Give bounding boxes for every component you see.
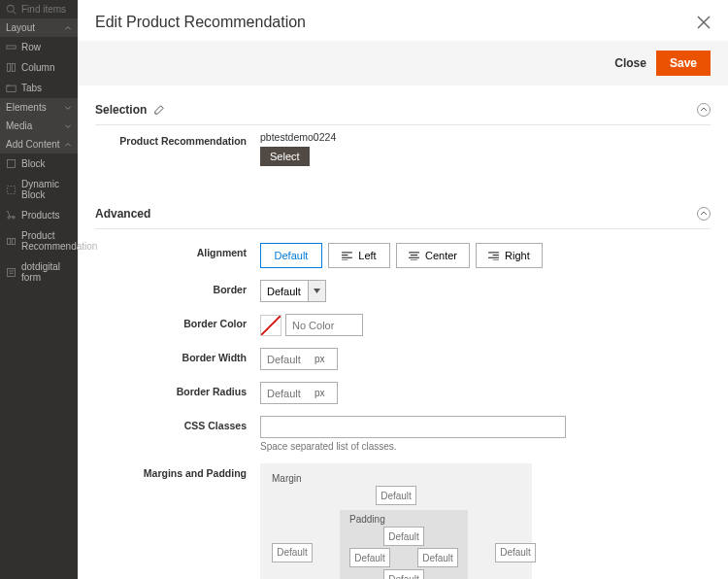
svg-point-0 xyxy=(7,5,14,12)
align-option-right[interactable]: Right xyxy=(476,243,543,268)
sidebar-item-products[interactable]: Products xyxy=(0,205,78,225)
svg-line-1 xyxy=(14,12,17,15)
form-icon xyxy=(6,267,17,278)
border-radius-input[interactable] xyxy=(260,382,338,404)
search-icon xyxy=(6,4,17,15)
search-input[interactable] xyxy=(21,4,70,15)
chevron-down-icon xyxy=(64,104,72,112)
row-icon xyxy=(6,42,17,52)
section-label: Elements xyxy=(6,102,47,113)
css-classes-input[interactable] xyxy=(260,416,566,438)
sidebar-section-elements[interactable]: Elements xyxy=(0,98,78,117)
recommendation-icon xyxy=(6,236,17,247)
margin-top-input[interactable] xyxy=(376,486,416,505)
sidebar-item-dotdigital-form[interactable]: dotdigital form xyxy=(0,256,78,288)
close-button[interactable]: Close xyxy=(614,56,646,70)
section-label: Layout xyxy=(6,22,35,33)
collapse-icon[interactable] xyxy=(697,207,711,221)
panel-content: Selection Product Recommendation pbtestd… xyxy=(78,85,728,579)
section-title: Selection xyxy=(95,103,147,117)
field-label: CSS Classes xyxy=(95,416,260,452)
sidebar-item-column[interactable]: Column xyxy=(0,57,78,78)
dynamic-block-icon xyxy=(6,185,17,195)
chevron-up-icon xyxy=(64,24,72,32)
svg-rect-4 xyxy=(12,64,15,72)
svg-marker-30 xyxy=(314,289,320,293)
field-hint: Space separated list of classes. xyxy=(260,441,711,452)
padding-box: Padding xyxy=(340,510,468,579)
section-label: Add Content xyxy=(6,139,60,150)
margin-padding-box: Margin Padding xyxy=(260,463,532,579)
field-label: Product Recommendation xyxy=(95,131,260,166)
svg-rect-8 xyxy=(8,186,16,193)
left-sidebar: Layout Row Column Tabs Elements Media Ad… xyxy=(0,0,78,579)
sidebar-section-layout[interactable]: Layout xyxy=(0,18,78,37)
select-button[interactable]: Select xyxy=(260,147,310,166)
svg-rect-7 xyxy=(8,160,16,168)
padding-left-input[interactable] xyxy=(349,548,390,567)
field-label: Border Radius xyxy=(95,382,260,404)
svg-rect-2 xyxy=(7,46,16,49)
border-width-input[interactable] xyxy=(260,348,338,370)
section-header-advanced[interactable]: Advanced xyxy=(95,195,711,229)
block-icon xyxy=(6,158,17,169)
field-border-color: Border Color xyxy=(95,308,711,342)
padding-label: Padding xyxy=(349,514,458,525)
sidebar-item-row[interactable]: Row xyxy=(0,37,78,57)
svg-rect-3 xyxy=(8,64,11,72)
field-product-recommendation: Product Recommendation pbtestdemo0224 Se… xyxy=(95,125,711,172)
field-label: Margins and Padding xyxy=(95,463,260,579)
sidebar-section-add-content[interactable]: Add Content xyxy=(0,135,78,153)
margin-left-input[interactable] xyxy=(272,543,313,562)
edit-icon[interactable] xyxy=(154,105,164,115)
margin-label: Margin xyxy=(272,473,520,484)
column-icon xyxy=(6,62,17,73)
sidebar-item-dynamic-block[interactable]: Dynamic Block xyxy=(0,174,78,205)
save-button[interactable]: Save xyxy=(656,51,711,76)
align-right-icon xyxy=(488,252,499,260)
border-select[interactable] xyxy=(260,280,309,302)
sidebar-search[interactable] xyxy=(0,0,78,18)
margin-right-input[interactable] xyxy=(495,543,536,562)
chevron-down-icon xyxy=(64,122,72,130)
section-label: Media xyxy=(6,120,32,131)
align-left-icon xyxy=(342,252,352,260)
field-border-width: Border Width px xyxy=(95,342,711,376)
svg-rect-5 xyxy=(7,85,16,91)
panel-header: Edit Product Recommendation xyxy=(78,0,728,41)
sidebar-item-product-recommendation[interactable]: Product Recommendation xyxy=(0,225,78,256)
section-header-selection[interactable]: Selection xyxy=(95,91,711,125)
field-css-classes: CSS Classes Space separated list of clas… xyxy=(95,410,711,458)
field-border: Border xyxy=(95,274,711,308)
padding-right-input[interactable] xyxy=(417,548,458,567)
collapse-icon[interactable] xyxy=(697,103,711,117)
tabs-icon xyxy=(6,83,17,93)
align-center-icon xyxy=(409,252,419,260)
border-color-input[interactable] xyxy=(285,314,363,336)
align-option-default[interactable]: Default xyxy=(260,243,322,268)
action-bar: Close Save xyxy=(78,41,728,85)
sidebar-section-media[interactable]: Media xyxy=(0,117,78,135)
sidebar-item-block[interactable]: Block xyxy=(0,153,78,174)
field-margins-padding: Margins and Padding Margin Padding xyxy=(95,458,711,579)
border-dropdown-toggle[interactable] xyxy=(309,280,326,302)
products-icon xyxy=(6,210,17,221)
padding-top-input[interactable] xyxy=(383,527,424,546)
padding-bottom-input[interactable] xyxy=(383,569,424,579)
align-option-center[interactable]: Center xyxy=(396,243,470,268)
selected-product-name: pbtestdemo0224 xyxy=(260,131,711,143)
field-label: Border Width xyxy=(95,348,260,370)
field-border-radius: Border Radius px xyxy=(95,376,711,410)
align-option-left[interactable]: Left xyxy=(328,243,390,268)
svg-rect-13 xyxy=(8,268,16,276)
color-swatch[interactable] xyxy=(260,315,281,336)
svg-rect-11 xyxy=(8,238,11,244)
field-label: Border Color xyxy=(95,314,260,336)
field-alignment: Alignment Default Left Center Right xyxy=(95,229,711,274)
section-title: Advanced xyxy=(95,207,150,221)
chevron-up-icon xyxy=(64,141,72,149)
field-label: Border xyxy=(95,280,260,302)
close-icon[interactable] xyxy=(697,16,711,29)
sidebar-item-tabs[interactable]: Tabs xyxy=(0,78,78,98)
field-label: Alignment xyxy=(95,243,260,268)
